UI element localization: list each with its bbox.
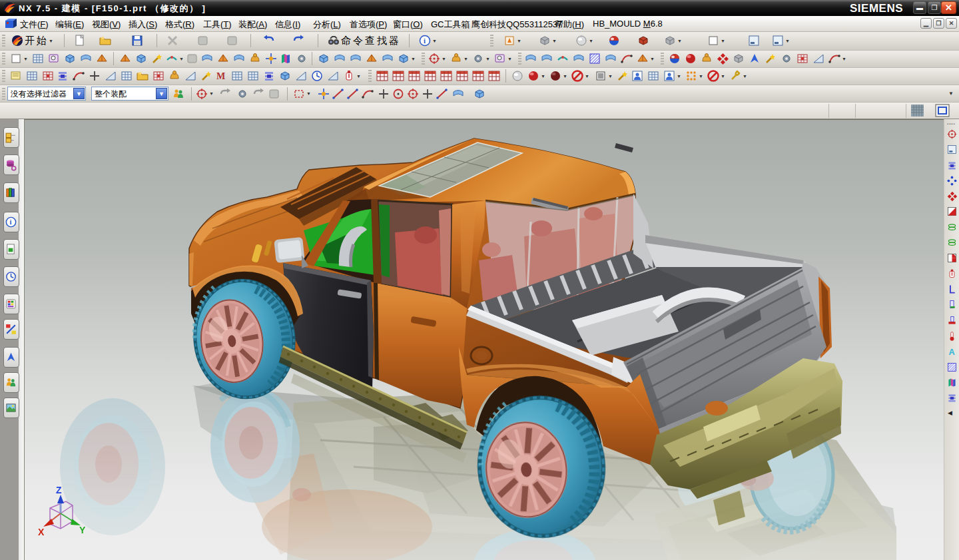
svg-text:Z: Z [56,485,62,495]
svg-text:A: A [948,347,954,357]
svg-text:i: i [10,218,12,226]
svg-text:Y: Y [79,525,86,535]
svg-text:X: X [38,527,45,537]
